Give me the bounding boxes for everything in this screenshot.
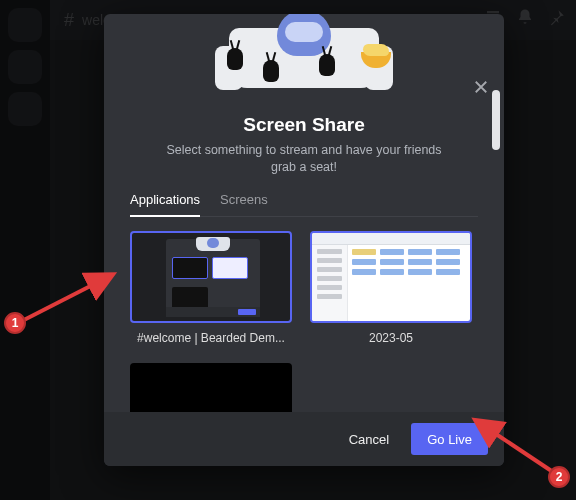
notifications-icon — [516, 8, 534, 26]
source-grid: #welcome | Bearded Dem... 2023-05 — [130, 231, 478, 412]
tab-screens[interactable]: Screens — [220, 192, 268, 216]
modal-scrollbar[interactable] — [492, 90, 500, 150]
go-live-button[interactable]: Go Live — [411, 423, 488, 455]
source-label: #welcome | Bearded Dem... — [130, 331, 292, 345]
source-card[interactable] — [130, 363, 292, 412]
modal-subtitle: Select something to stream and have your… — [156, 142, 452, 176]
tab-applications[interactable]: Applications — [130, 192, 200, 217]
source-thumbnail — [130, 363, 292, 412]
source-label: 2023-05 — [310, 331, 472, 345]
source-card[interactable]: 2023-05 — [310, 231, 472, 345]
screen-share-modal: Screen Share Select something to stream … — [104, 14, 504, 466]
hash-icon: # — [64, 10, 74, 31]
modal-hero-illustration — [104, 14, 504, 86]
pin-icon — [548, 8, 566, 26]
modal-footer: Cancel Go Live — [104, 412, 504, 466]
source-thumbnail — [310, 231, 472, 323]
source-card[interactable]: #welcome | Bearded Dem... — [130, 231, 292, 345]
server-sidebar — [0, 0, 50, 500]
modal-title: Screen Share — [130, 114, 478, 136]
source-thumbnail — [130, 231, 292, 323]
source-tabs: Applications Screens — [130, 192, 478, 217]
annotation-badge-2: 2 — [548, 466, 570, 488]
annotation-badge-1: 1 — [4, 312, 26, 334]
cancel-button[interactable]: Cancel — [333, 423, 405, 455]
